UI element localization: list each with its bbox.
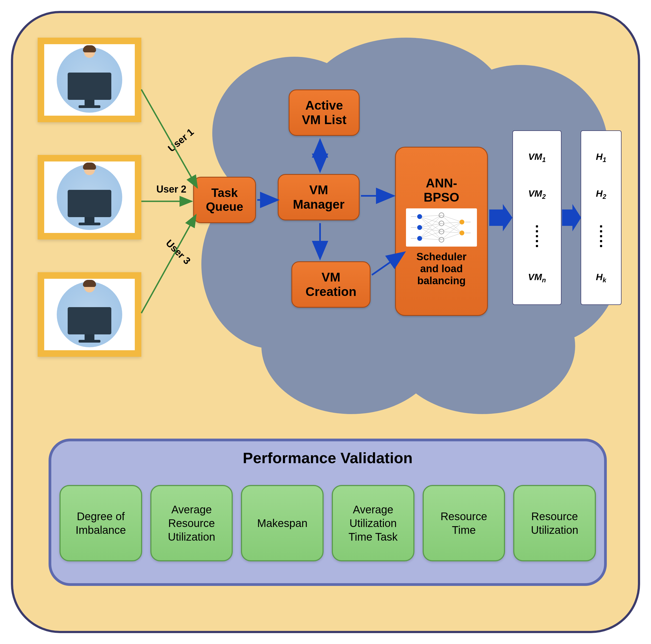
monitor-icon xyxy=(68,72,111,108)
task-queue-line1: Task xyxy=(211,186,238,200)
ann-sub-line3: balancing xyxy=(417,275,465,287)
user-avatar xyxy=(81,47,98,63)
ann-bpso-box: ANN- BPSO Scheduler and load xyxy=(395,147,488,316)
metric-row: Degree of Imbalance Average Resource Uti… xyxy=(60,485,596,561)
user-avatar xyxy=(81,164,98,181)
list-item: H1 xyxy=(596,151,606,164)
task-queue-box: Task Queue xyxy=(193,177,256,223)
metric-resource-utilization: Resource Utilization xyxy=(513,485,596,561)
performance-validation-panel: Performance Validation Degree of Imbalan… xyxy=(49,439,607,586)
list-item: H2 xyxy=(596,188,606,200)
host-list-panel: H1 H2 Hk xyxy=(581,130,622,305)
svg-point-28 xyxy=(417,214,422,219)
user-label-2: User 2 xyxy=(156,184,186,195)
vm-manager-line1: VM xyxy=(309,183,328,197)
svg-line-27 xyxy=(441,233,462,240)
ellipsis-icon xyxy=(600,225,602,247)
monitor-icon xyxy=(68,190,111,225)
vm-creation-box: VM Creation xyxy=(291,261,371,308)
active-vm-line1: Active xyxy=(305,98,343,112)
ann-sub-line1: Scheduler xyxy=(416,251,467,263)
svg-line-20 xyxy=(441,215,462,222)
vm-manager-box: VM Manager xyxy=(278,174,360,220)
user-label-3: User 3 xyxy=(163,237,193,267)
monitor-icon xyxy=(68,307,111,343)
neural-network-thumbnail xyxy=(406,208,477,247)
svg-point-30 xyxy=(417,236,422,241)
metric-makespan: Makespan xyxy=(241,485,323,561)
task-queue-line2: Queue xyxy=(206,200,243,214)
user-label-1: User 1 xyxy=(166,126,196,154)
vm-creation-line1: VM xyxy=(322,270,341,285)
metric-resource-time: Resource Time xyxy=(423,485,505,561)
ann-line2: BPSO xyxy=(424,190,459,204)
svg-line-8 xyxy=(420,215,441,217)
metric-average-resource-utilization: Average Resource Utilization xyxy=(150,485,233,561)
svg-line-22 xyxy=(441,222,462,223)
diagram-canvas: User 1 User 2 User 3 Task Queue Active V… xyxy=(11,11,640,633)
ellipsis-icon xyxy=(536,225,538,247)
ann-sub-line2: and load xyxy=(420,263,463,275)
user-tile-3 xyxy=(38,272,141,357)
list-item: Hk xyxy=(596,272,606,284)
vm-creation-line2: Creation xyxy=(306,285,356,299)
vm-manager-line2: Manager xyxy=(293,197,344,212)
user-avatar xyxy=(81,282,98,298)
active-vm-line2: VM List xyxy=(302,112,346,127)
list-item: VMn xyxy=(528,272,546,284)
metric-degree-of-imbalance: Degree of Imbalance xyxy=(60,485,142,561)
performance-title: Performance Validation xyxy=(51,449,604,467)
svg-line-25 xyxy=(441,232,462,233)
vm-list-panel: VM1 VM2 VMn xyxy=(513,130,561,305)
svg-line-44 xyxy=(141,215,196,313)
ann-line1: ANN- xyxy=(426,176,457,190)
svg-point-36 xyxy=(460,230,464,235)
svg-point-35 xyxy=(460,220,464,224)
list-item: VM1 xyxy=(528,151,546,164)
svg-point-29 xyxy=(417,225,422,230)
active-vm-list-box: Active VM List xyxy=(289,90,360,136)
svg-line-19 xyxy=(420,238,441,240)
metric-average-utilization-time-task: Average Utilization Time Task xyxy=(332,485,414,561)
user-tile-2 xyxy=(38,155,141,239)
list-item: VM2 xyxy=(528,188,546,200)
user-tile-1 xyxy=(38,38,141,122)
